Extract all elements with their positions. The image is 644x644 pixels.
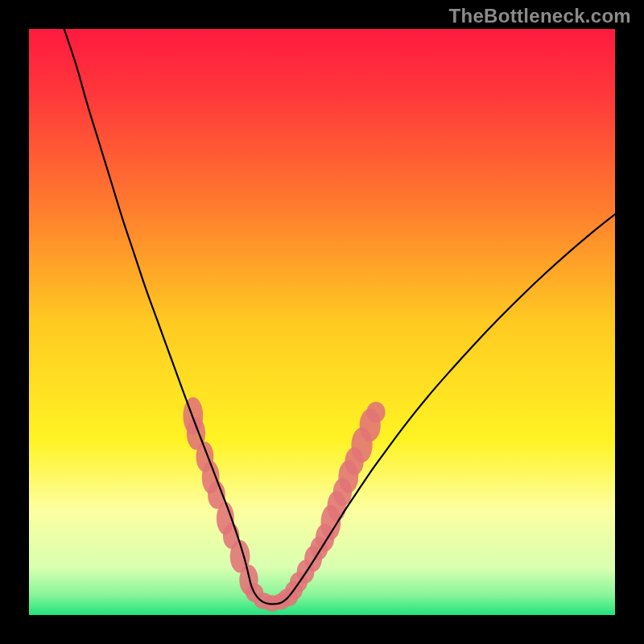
chart-svg bbox=[29, 29, 615, 615]
data-marker bbox=[366, 402, 385, 423]
watermark-text: TheBottleneck.com bbox=[449, 5, 631, 27]
plot-area bbox=[29, 29, 615, 615]
stage: TheBottleneck.com bbox=[0, 0, 644, 644]
